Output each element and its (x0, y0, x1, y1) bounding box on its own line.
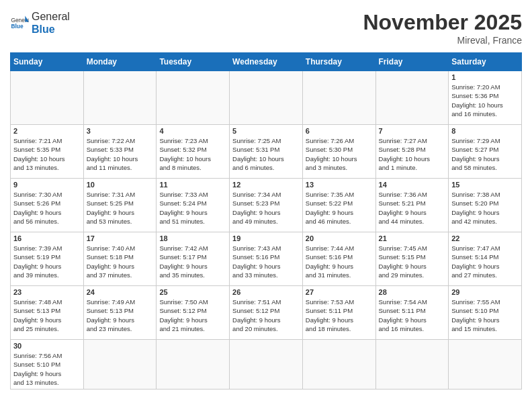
day-info: Sunrise: 7:42 AM Sunset: 5:17 PM Dayligh… (159, 244, 226, 279)
day-cell (449, 340, 522, 390)
day-info: Sunrise: 7:22 AM Sunset: 5:33 PM Dayligh… (87, 136, 154, 172)
day-info: Sunrise: 7:50 AM Sunset: 5:12 PM Dayligh… (159, 298, 226, 333)
day-cell: 23Sunrise: 7:48 AM Sunset: 5:13 PM Dayli… (11, 286, 84, 340)
day-cell: 7Sunrise: 7:27 AM Sunset: 5:28 PM Daylig… (375, 125, 449, 179)
day-cell (375, 340, 449, 390)
day-info: Sunrise: 7:23 AM Sunset: 5:32 PM Dayligh… (159, 136, 226, 172)
day-cell: 5Sunrise: 7:25 AM Sunset: 5:31 PM Daylig… (230, 125, 303, 179)
day-info: Sunrise: 7:27 AM Sunset: 5:28 PM Dayligh… (379, 136, 446, 172)
day-info: Sunrise: 7:36 AM Sunset: 5:21 PM Dayligh… (379, 190, 446, 226)
day-number: 27 (306, 288, 373, 296)
weekday-header-wednesday: Wednesday (230, 53, 303, 71)
day-number: 30 (13, 342, 81, 350)
day-number: 19 (232, 234, 300, 242)
logo-icon: General Blue (10, 13, 29, 32)
svg-text:Blue: Blue (11, 24, 23, 30)
day-number: 2 (13, 127, 81, 135)
week-row-2: 2Sunrise: 7:21 AM Sunset: 5:35 PM Daylig… (11, 125, 522, 179)
day-info: Sunrise: 7:48 AM Sunset: 5:13 PM Dayligh… (13, 298, 81, 333)
day-number: 9 (13, 181, 81, 189)
day-number: 22 (451, 234, 519, 242)
day-number: 21 (379, 234, 446, 242)
day-cell (157, 340, 230, 390)
day-number: 20 (306, 234, 373, 242)
day-info: Sunrise: 7:49 AM Sunset: 5:13 PM Dayligh… (87, 298, 154, 333)
day-cell: 8Sunrise: 7:29 AM Sunset: 5:27 PM Daylig… (449, 125, 522, 179)
day-info: Sunrise: 7:39 AM Sunset: 5:19 PM Dayligh… (13, 244, 81, 279)
day-cell (375, 71, 449, 125)
day-cell: 24Sunrise: 7:49 AM Sunset: 5:13 PM Dayli… (83, 286, 157, 340)
day-info: Sunrise: 7:44 AM Sunset: 5:16 PM Dayligh… (306, 244, 373, 279)
day-info: Sunrise: 7:31 AM Sunset: 5:25 PM Dayligh… (87, 190, 154, 226)
day-cell: 10Sunrise: 7:31 AM Sunset: 5:25 PM Dayli… (83, 179, 157, 232)
day-cell (11, 71, 84, 125)
day-cell: 29Sunrise: 7:55 AM Sunset: 5:10 PM Dayli… (449, 286, 522, 340)
day-cell: 16Sunrise: 7:39 AM Sunset: 5:19 PM Dayli… (11, 232, 84, 286)
day-cell: 26Sunrise: 7:51 AM Sunset: 5:12 PM Dayli… (230, 286, 303, 340)
day-cell: 11Sunrise: 7:33 AM Sunset: 5:24 PM Dayli… (157, 179, 230, 232)
day-number: 26 (232, 288, 300, 296)
day-cell: 25Sunrise: 7:50 AM Sunset: 5:12 PM Dayli… (157, 286, 230, 340)
day-info: Sunrise: 7:40 AM Sunset: 5:18 PM Dayligh… (87, 244, 154, 279)
day-info: Sunrise: 7:47 AM Sunset: 5:14 PM Dayligh… (451, 244, 519, 279)
day-number: 8 (451, 127, 519, 135)
week-row-4: 16Sunrise: 7:39 AM Sunset: 5:19 PM Dayli… (11, 232, 522, 286)
day-info: Sunrise: 7:30 AM Sunset: 5:26 PM Dayligh… (13, 190, 81, 226)
day-number: 24 (87, 288, 154, 296)
day-info: Sunrise: 7:29 AM Sunset: 5:27 PM Dayligh… (451, 136, 519, 172)
day-info: Sunrise: 7:34 AM Sunset: 5:23 PM Dayligh… (232, 190, 300, 226)
day-number: 17 (87, 234, 154, 242)
day-cell: 19Sunrise: 7:43 AM Sunset: 5:16 PM Dayli… (230, 232, 303, 286)
day-cell: 6Sunrise: 7:26 AM Sunset: 5:30 PM Daylig… (302, 125, 375, 179)
day-number: 4 (159, 127, 226, 135)
day-info: Sunrise: 7:53 AM Sunset: 5:11 PM Dayligh… (306, 298, 373, 333)
day-cell (83, 340, 157, 390)
day-info: Sunrise: 7:21 AM Sunset: 5:35 PM Dayligh… (13, 136, 81, 172)
day-cell: 17Sunrise: 7:40 AM Sunset: 5:18 PM Dayli… (83, 232, 157, 286)
day-cell: 1Sunrise: 7:20 AM Sunset: 5:36 PM Daylig… (449, 71, 522, 125)
day-cell: 14Sunrise: 7:36 AM Sunset: 5:21 PM Dayli… (375, 179, 449, 232)
week-row-1: 1Sunrise: 7:20 AM Sunset: 5:36 PM Daylig… (11, 71, 522, 125)
weekday-header-monday: Monday (83, 53, 157, 71)
weekday-header-row: SundayMondayTuesdayWednesdayThursdayFrid… (11, 53, 522, 71)
logo: General Blue General Blue (10, 10, 70, 36)
day-cell: 15Sunrise: 7:38 AM Sunset: 5:20 PM Dayli… (449, 179, 522, 232)
day-info: Sunrise: 7:55 AM Sunset: 5:10 PM Dayligh… (451, 298, 519, 333)
location: Mireval, France (363, 35, 522, 46)
day-cell: 2Sunrise: 7:21 AM Sunset: 5:35 PM Daylig… (11, 125, 84, 179)
day-info: Sunrise: 7:38 AM Sunset: 5:20 PM Dayligh… (451, 190, 519, 226)
day-info: Sunrise: 7:25 AM Sunset: 5:31 PM Dayligh… (232, 136, 300, 172)
weekday-header-thursday: Thursday (302, 53, 375, 71)
day-number: 25 (159, 288, 226, 296)
day-cell (83, 71, 157, 125)
day-cell: 18Sunrise: 7:42 AM Sunset: 5:17 PM Dayli… (157, 232, 230, 286)
day-cell: 3Sunrise: 7:22 AM Sunset: 5:33 PM Daylig… (83, 125, 157, 179)
day-info: Sunrise: 7:54 AM Sunset: 5:11 PM Dayligh… (379, 298, 446, 333)
day-info: Sunrise: 7:33 AM Sunset: 5:24 PM Dayligh… (159, 190, 226, 226)
day-cell: 30Sunrise: 7:56 AM Sunset: 5:10 PM Dayli… (11, 340, 84, 390)
day-cell (302, 340, 375, 390)
weekday-header-tuesday: Tuesday (157, 53, 230, 71)
week-row-3: 9Sunrise: 7:30 AM Sunset: 5:26 PM Daylig… (11, 179, 522, 232)
day-cell (230, 71, 303, 125)
day-cell: 20Sunrise: 7:44 AM Sunset: 5:16 PM Dayli… (302, 232, 375, 286)
calendar-table: SundayMondayTuesdayWednesdayThursdayFrid… (10, 52, 522, 390)
day-cell: 9Sunrise: 7:30 AM Sunset: 5:26 PM Daylig… (11, 179, 84, 232)
day-number: 23 (13, 288, 81, 296)
logo-text: General Blue (32, 10, 70, 36)
day-cell (302, 71, 375, 125)
day-number: 11 (159, 181, 226, 189)
day-number: 15 (451, 181, 519, 189)
day-info: Sunrise: 7:26 AM Sunset: 5:30 PM Dayligh… (306, 136, 373, 172)
month-title: November 2025 (363, 10, 522, 35)
day-number: 29 (451, 288, 519, 296)
day-number: 16 (13, 234, 81, 242)
day-info: Sunrise: 7:45 AM Sunset: 5:15 PM Dayligh… (379, 244, 446, 279)
day-number: 3 (87, 127, 154, 135)
day-cell (157, 71, 230, 125)
day-number: 18 (159, 234, 226, 242)
day-number: 13 (306, 181, 373, 189)
weekday-header-sunday: Sunday (11, 53, 84, 71)
day-number: 28 (379, 288, 446, 296)
day-number: 7 (379, 127, 446, 135)
